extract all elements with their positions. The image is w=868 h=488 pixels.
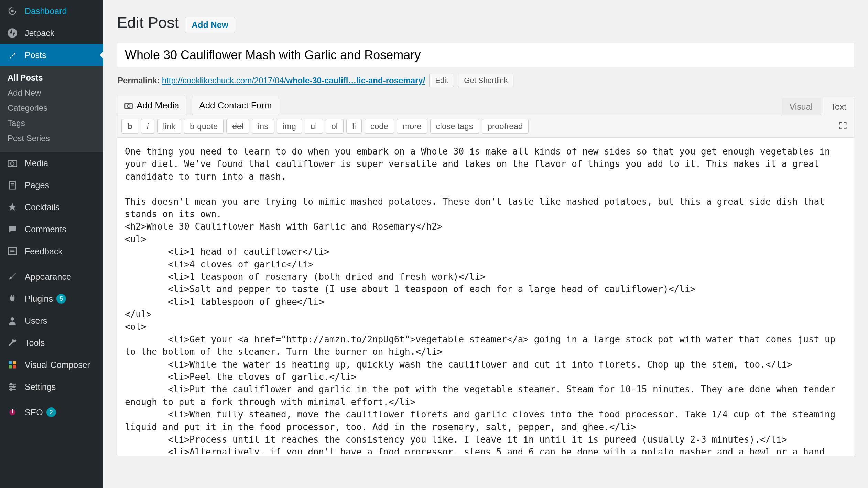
svg-rect-14 (13, 365, 16, 368)
sidebar-item-jetpack[interactable]: Jetpack (0, 22, 103, 44)
sidebar-sep (0, 262, 103, 266)
posts-submenu: All Posts Add New Categories Tags Post S… (0, 66, 103, 152)
page-icon (6, 179, 19, 191)
wrench-icon (6, 337, 19, 349)
sidebar-item-label: Plugins (25, 294, 53, 304)
submenu-all-posts[interactable]: All Posts (0, 70, 103, 85)
editor-tabs: Visual Text (780, 98, 855, 115)
svg-point-0 (11, 10, 14, 12)
tab-text[interactable]: Text (823, 98, 854, 115)
permalink-slug: whole-30-caulifl…lic-and-rosemary/ (286, 76, 425, 85)
qt-code[interactable]: code (365, 119, 394, 134)
fullscreen-toggle[interactable] (836, 119, 850, 134)
sidebar-item-label: Users (25, 316, 47, 326)
vc-icon (6, 359, 19, 371)
comment-icon (6, 223, 19, 235)
brush-icon (6, 270, 19, 283)
svg-point-24 (127, 104, 130, 107)
jetpack-icon (6, 27, 19, 39)
gauge-icon (6, 5, 19, 17)
qt-del[interactable]: del (226, 119, 249, 134)
qt-ul[interactable]: ul (305, 119, 323, 134)
sidebar-item-feedback[interactable]: Feedback (0, 240, 103, 262)
sidebar-item-media[interactable]: Media (0, 152, 103, 174)
sidebar-item-comments[interactable]: Comments (0, 218, 103, 240)
qt-ol[interactable]: ol (326, 119, 344, 134)
qt-i[interactable]: i (141, 119, 154, 134)
sidebar-item-visual-composer[interactable]: Visual Composer (0, 354, 103, 376)
sidebar-item-label: Appearance (25, 272, 71, 282)
sidebar-item-label: Media (25, 158, 48, 168)
svg-rect-13 (9, 365, 12, 368)
sliders-icon (6, 381, 19, 393)
svg-rect-11 (9, 361, 12, 364)
submenu-add-new[interactable]: Add New (0, 85, 103, 100)
sidebar-item-label: Comments (25, 224, 66, 234)
svg-point-20 (10, 389, 12, 390)
sidebar-item-settings[interactable]: Settings (0, 376, 103, 398)
sidebar-item-label: Cocktails (25, 202, 59, 212)
permalink-edit-button[interactable]: Edit (429, 74, 454, 87)
qt-img[interactable]: img (277, 119, 302, 134)
sidebar-item-label: Posts (25, 50, 46, 60)
sidebar-item-plugins[interactable]: Plugins 5 (0, 288, 103, 310)
get-shortlink-button[interactable]: Get Shortlink (458, 74, 513, 87)
permalink-base: http://cooklikechuck.com/2017/04/ (162, 76, 286, 85)
svg-point-19 (13, 386, 14, 388)
qt-ins[interactable]: ins (252, 119, 274, 134)
sidebar-item-label: Jetpack (25, 28, 54, 38)
post-title-input[interactable] (117, 43, 854, 67)
permalink-link[interactable]: http://cooklikechuck.com/2017/04/whole-3… (162, 76, 425, 85)
sidebar-item-dashboard[interactable]: Dashboard (0, 0, 103, 22)
camera-icon (124, 101, 133, 110)
submenu-tags[interactable]: Tags (0, 116, 103, 131)
qt-close-tags[interactable]: close tags (430, 119, 479, 134)
qt-li[interactable]: li (346, 119, 362, 134)
sidebar-item-posts[interactable]: Posts (0, 44, 103, 66)
qt-bquote[interactable]: b-quote (184, 119, 224, 134)
sidebar-item-label: Dashboard (25, 6, 67, 16)
add-new-button[interactable]: Add New (185, 17, 235, 33)
page-head: Edit Post Add New (117, 14, 854, 33)
add-contact-form-button[interactable]: Add Contact Form (192, 96, 279, 115)
add-media-button[interactable]: Add Media (117, 96, 186, 115)
sidebar-item-label: Tools (25, 338, 45, 348)
qt-link[interactable]: link (157, 119, 181, 134)
sidebar-item-seo[interactable]: SEO 2 (0, 401, 103, 423)
submenu-categories[interactable]: Categories (0, 100, 103, 116)
svg-point-10 (11, 317, 14, 321)
sidebar-item-tools[interactable]: Tools (0, 332, 103, 354)
svg-point-18 (10, 383, 12, 385)
svg-rect-12 (13, 361, 16, 364)
qt-b[interactable]: b (121, 119, 138, 134)
page-title: Edit Post (117, 14, 179, 32)
plugins-badge: 5 (56, 294, 66, 304)
user-icon (6, 315, 19, 327)
admin-sidebar: Dashboard Jetpack Posts All Posts Add Ne… (0, 0, 103, 488)
svg-point-1 (8, 28, 17, 38)
qt-proofread[interactable]: proofread (482, 119, 529, 134)
star-icon (6, 201, 19, 213)
sidebar-item-pages[interactable]: Pages (0, 174, 103, 196)
plug-icon (6, 293, 19, 305)
app-root: Dashboard Jetpack Posts All Posts Add Ne… (0, 0, 868, 488)
permalink-label: Permalink: (118, 76, 160, 85)
quicktags-toolbar: b i link b-quote del ins img ul ol li co… (117, 115, 854, 138)
sidebar-item-label: Feedback (25, 246, 63, 256)
seo-icon (6, 406, 19, 418)
tab-visual[interactable]: Visual (782, 98, 821, 115)
sidebar-item-users[interactable]: Users (0, 310, 103, 332)
add-contact-label: Add Contact Form (199, 100, 272, 111)
add-media-label: Add Media (137, 100, 179, 111)
sidebar-item-label: Pages (25, 180, 49, 190)
submenu-post-series[interactable]: Post Series (0, 131, 103, 146)
sidebar-item-appearance[interactable]: Appearance (0, 266, 103, 288)
qt-more[interactable]: more (397, 119, 427, 134)
post-content-textarea[interactable] (117, 138, 854, 454)
sidebar-item-cocktails[interactable]: Cocktails (0, 196, 103, 218)
camera-icon (6, 157, 19, 169)
svg-rect-22 (12, 409, 13, 413)
permalink-row: Permalink: http://cooklikechuck.com/2017… (118, 74, 854, 87)
editor-wrap: b i link b-quote del ins img ul ol li co… (117, 115, 854, 456)
sidebar-item-label: Visual Composer (25, 360, 90, 370)
